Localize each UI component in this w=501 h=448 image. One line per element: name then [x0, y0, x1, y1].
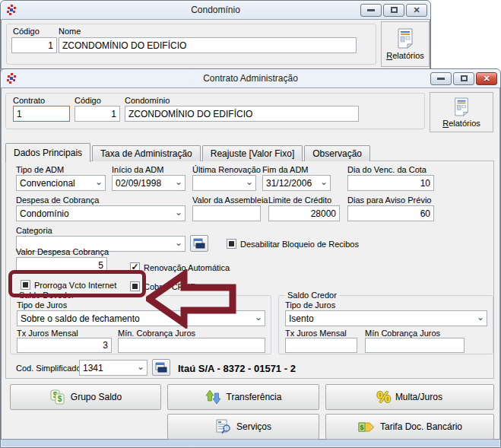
condominio-input[interactable]	[125, 106, 359, 122]
transfer-arrows-icon	[205, 389, 222, 405]
min-cobranca-label: Mín. Cobrança Juros	[118, 329, 195, 338]
multa-juros-button[interactable]: % Multa/Juros	[325, 384, 494, 410]
maximize-button[interactable]	[453, 72, 474, 85]
contrato-window-title: Contrato Administração	[1, 73, 500, 84]
despesa-cobranca-select[interactable]: Condomínio⌄	[16, 205, 185, 221]
minimize-button[interactable]	[360, 4, 382, 17]
dia-venc-input[interactable]	[347, 175, 434, 191]
app-icon	[5, 72, 17, 84]
fim-adm-label: Fim da ADM	[262, 165, 309, 174]
relatorios-button-condominio[interactable]: Relatórios	[381, 21, 430, 67]
valor-despesa-input[interactable]	[16, 257, 107, 273]
limite-credito-input[interactable]	[268, 205, 340, 221]
grupo-saldo-button[interactable]: $ $ Grupo Saldo	[10, 384, 161, 410]
tipo-juros-devedor-select[interactable]: Sobre o saldo de fechamento⌄	[17, 310, 265, 326]
tx-juros-label: Tx Juros Mensal	[17, 329, 78, 338]
percent-icon: %	[377, 389, 391, 405]
min-cobranca-label: Mín Cobrança Juros	[365, 329, 440, 338]
min-cobranca-devedor-input[interactable]	[118, 338, 265, 353]
tx-juros-devedor-input[interactable]	[17, 338, 112, 353]
prorroga-vcto-checkbox[interactable]: Prorroga Vcto Internet	[21, 280, 116, 290]
close-button[interactable]: ✕	[476, 72, 497, 85]
checkbox-partial-icon	[227, 239, 236, 249]
tipo-adm-select[interactable]: Convencional⌄	[16, 175, 106, 191]
report-icon	[396, 28, 414, 49]
min-cobranca-credor-input[interactable]	[365, 338, 465, 353]
renovacao-automatica-checkbox[interactable]: Renovação Automática	[130, 262, 230, 272]
condominio-body: Código Nome Relatórios	[1, 19, 430, 69]
chevron-down-icon: ⌄	[137, 361, 144, 372]
desabilitar-bloqueio-checkbox[interactable]: Desabilitar Bloqueio de Recibos	[227, 239, 359, 249]
ultima-renovacao-label: Última Renovação	[192, 165, 261, 174]
codigo-label: Código	[75, 96, 101, 105]
bank-info: Itaú S/A - 8372 - 01571 - 2	[178, 363, 296, 374]
transferencia-button[interactable]: Transferência	[167, 384, 319, 410]
close-button[interactable]: ✕	[406, 4, 427, 17]
dias-aviso-input[interactable]	[347, 205, 434, 221]
window-contrato: Contrato Administração ✕ Contrato Código…	[0, 68, 501, 448]
dados-principais-panel: Tipo de ADM Início da ADM Última Renovaç…	[5, 160, 494, 379]
chevron-down-icon: ⌄	[95, 176, 103, 187]
chevron-down-icon: ⌄	[175, 207, 182, 218]
svg-text:$: $	[58, 395, 62, 403]
cod-simplificado-select[interactable]: 1341⌄	[79, 360, 147, 376]
svg-text:$: $	[360, 423, 363, 431]
contrato-titlebar[interactable]: Contrato Administração ✕	[1, 69, 500, 87]
cod-simplificado-label: Cod. Simplificado	[16, 364, 81, 373]
maximize-button[interactable]	[383, 4, 404, 17]
close-icon: ✕	[413, 5, 420, 15]
tarifa-doc-bancario-button[interactable]: $ Tarifa Doc. Bancário	[325, 414, 494, 440]
contrato-body: Contrato Código Condomínio Relatórios	[1, 87, 500, 440]
condominio-titlebar[interactable]: Condomínio ✕	[1, 1, 430, 19]
maximize-icon	[391, 7, 398, 13]
codigo-input[interactable]	[75, 106, 120, 122]
report-icon	[453, 97, 470, 116]
contrato-label: Contrato	[13, 96, 45, 105]
nome-label: Nome	[59, 27, 81, 36]
window-condominio: Condomínio ✕ Código Nome	[0, 0, 431, 72]
inicio-adm-label: Início da ADM	[112, 165, 163, 174]
tab-observacao[interactable]: Observação	[304, 145, 370, 161]
tab-strip: Dados Principais Taxa de Administração R…	[5, 142, 370, 161]
chevron-down-icon: ⌄	[246, 176, 253, 187]
servicos-button[interactable]: Serviços	[167, 414, 319, 440]
tab-dados-principais[interactable]: Dados Principais	[5, 143, 90, 162]
checkbox-partial-icon	[21, 280, 30, 290]
tx-juros-credor-input[interactable]	[285, 338, 357, 353]
tab-reajuste-valor-fixo[interactable]: Reajuste [Valor Fixo]	[202, 145, 303, 161]
chevron-down-icon: ⌄	[175, 237, 182, 248]
relatorios-label: Relatórios	[386, 51, 424, 60]
app-icon	[5, 4, 17, 16]
saldo-credor-group: Saldo Credor Tipo de Juros Isento⌄ Tx Ju…	[278, 295, 493, 354]
valor-assembleia-input[interactable]	[192, 205, 261, 221]
nome-input[interactable]	[59, 37, 357, 53]
tipo-juros-label: Tipo de Juros	[285, 300, 335, 310]
chevron-down-icon: ⌄	[175, 176, 182, 187]
fim-adm-select[interactable]: 31/12/2006⌄	[262, 175, 331, 191]
minimize-button[interactable]	[430, 72, 452, 85]
cobrar-cpmf-checkbox[interactable]: Cobrar CPMF	[130, 281, 195, 291]
tipo-juros-credor-select[interactable]: Isento⌄	[285, 310, 487, 326]
close-icon: ✕	[483, 74, 490, 84]
codigo-input[interactable]	[11, 37, 57, 53]
checkbox-partial-icon	[130, 281, 140, 291]
screen: Condomínio ✕ Código Nome	[0, 0, 501, 448]
checkbox-checked-icon	[130, 262, 140, 272]
inicio-adm-select[interactable]: 02/09/1998⌄	[112, 175, 185, 191]
ultima-renovacao-select[interactable]: ⌄	[192, 175, 256, 191]
document-search-icon	[215, 419, 232, 434]
minimize-icon	[367, 9, 375, 11]
contrato-header-fieldset: Contrato Código Condomínio	[5, 93, 425, 129]
cod-simplificado-lookup-button[interactable]	[152, 359, 170, 376]
tipo-juros-label: Tipo de Juros	[17, 300, 67, 310]
saldo-credor-title: Saldo Credor	[285, 291, 339, 300]
chevron-down-icon: ⌄	[255, 312, 262, 322]
contrato-input[interactable]	[13, 106, 70, 122]
relatorios-button-contrato[interactable]: Relatórios	[430, 92, 493, 132]
tab-taxa-administracao[interactable]: Taxa de Administração	[92, 145, 201, 161]
valor-assembleia-label: Valor da Assembleia	[192, 195, 268, 205]
saldo-devedor-group: Saldo Devedor Tipo de Juros Sobre o sald…	[10, 295, 271, 354]
dia-venc-label: Dia do Venc. da Cota	[347, 165, 426, 174]
chevron-down-icon: ⌄	[320, 176, 328, 187]
categoria-lookup-button[interactable]	[190, 235, 208, 252]
